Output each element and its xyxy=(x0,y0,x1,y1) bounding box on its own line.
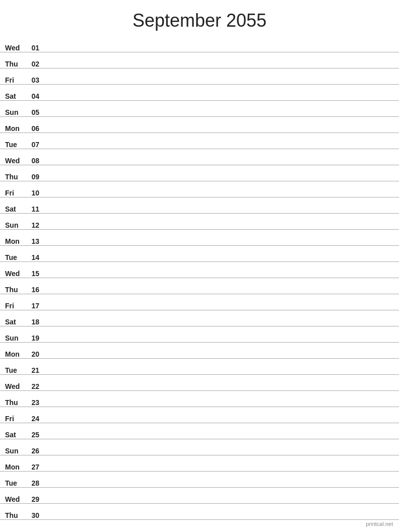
calendar-row: Wed22 xyxy=(0,375,399,391)
day-name: Mon xyxy=(5,350,25,358)
day-line xyxy=(39,68,394,68)
day-number: 18 xyxy=(25,318,39,326)
day-number: 11 xyxy=(25,205,39,213)
calendar-row: Wed15 xyxy=(0,262,399,278)
day-line xyxy=(39,503,394,503)
day-name: Wed xyxy=(5,157,25,165)
day-number: 29 xyxy=(25,495,39,503)
day-line xyxy=(39,245,394,245)
day-name: Fri xyxy=(5,302,25,310)
day-line xyxy=(39,213,394,213)
day-line xyxy=(39,51,394,52)
day-number: 08 xyxy=(25,157,39,165)
day-name: Wed xyxy=(5,382,25,390)
day-name: Thu xyxy=(5,286,25,294)
day-line xyxy=(39,454,394,455)
day-name: Thu xyxy=(5,173,25,181)
day-name: Sat xyxy=(5,205,25,213)
day-name: Thu xyxy=(5,511,25,519)
day-number: 27 xyxy=(25,463,39,471)
calendar-row: Mon06 xyxy=(0,117,399,133)
day-line xyxy=(39,261,394,261)
day-name: Fri xyxy=(5,189,25,197)
calendar-row: Sun26 xyxy=(0,439,399,455)
day-line xyxy=(39,519,394,519)
day-number: 22 xyxy=(25,382,39,390)
day-number: 05 xyxy=(25,108,39,116)
calendar-row: Mon20 xyxy=(0,343,399,359)
day-line xyxy=(39,116,394,116)
day-number: 24 xyxy=(25,415,39,423)
day-name: Tue xyxy=(5,253,25,261)
day-name: Wed xyxy=(5,495,25,503)
day-number: 15 xyxy=(25,270,39,278)
day-line xyxy=(39,358,394,358)
calendar-row: Sun12 xyxy=(0,214,399,230)
day-name: Thu xyxy=(5,60,25,68)
watermark: printcal.net xyxy=(366,521,393,527)
day-name: Sat xyxy=(5,431,25,439)
calendar-row: Thu09 xyxy=(0,165,399,181)
day-number: 06 xyxy=(25,124,39,132)
day-line xyxy=(39,84,394,84)
calendar-row: Sat25 xyxy=(0,423,399,439)
day-name: Tue xyxy=(5,141,25,149)
day-name: Mon xyxy=(5,124,25,132)
calendar-row: Thu23 xyxy=(0,391,399,407)
day-line xyxy=(39,471,394,471)
day-number: 01 xyxy=(25,44,39,52)
day-line xyxy=(39,325,394,326)
day-number: 07 xyxy=(25,141,39,149)
day-line xyxy=(39,132,394,132)
calendar-row: Sat18 xyxy=(0,310,399,326)
day-number: 26 xyxy=(25,447,39,455)
calendar-row: Fri24 xyxy=(0,407,399,423)
day-name: Sat xyxy=(5,92,25,100)
day-line xyxy=(39,422,394,423)
day-name: Mon xyxy=(5,237,25,245)
day-line xyxy=(39,164,394,165)
day-line xyxy=(39,390,394,390)
calendar-row: Fri10 xyxy=(0,181,399,197)
calendar-container: Wed01Thu02Fri03Sat04Sun05Mon06Tue07Wed08… xyxy=(0,36,399,520)
day-number: 21 xyxy=(25,366,39,374)
day-number: 20 xyxy=(25,350,39,358)
day-number: 25 xyxy=(25,431,39,439)
day-name: Sat xyxy=(5,318,25,326)
calendar-row: Sun05 xyxy=(0,101,399,117)
day-line xyxy=(39,438,394,439)
calendar-row: Fri17 xyxy=(0,294,399,310)
calendar-row: Mon27 xyxy=(0,455,399,472)
calendar-row: Wed08 xyxy=(0,149,399,165)
calendar-row: Thu16 xyxy=(0,278,399,294)
day-name: Fri xyxy=(5,415,25,423)
day-number: 19 xyxy=(25,334,39,342)
day-number: 03 xyxy=(25,76,39,84)
day-number: 23 xyxy=(25,398,39,407)
day-line xyxy=(39,148,394,149)
day-line xyxy=(39,180,394,181)
day-number: 28 xyxy=(25,479,39,487)
day-line xyxy=(39,487,394,487)
calendar-row: Wed01 xyxy=(0,36,399,52)
day-line xyxy=(39,293,394,294)
day-name: Sun xyxy=(5,221,25,229)
day-name: Mon xyxy=(5,463,25,471)
calendar-row: Fri03 xyxy=(0,69,399,85)
day-line xyxy=(39,374,394,374)
calendar-row: Tue07 xyxy=(0,133,399,149)
day-name: Wed xyxy=(5,44,25,52)
calendar-row: Sun19 xyxy=(0,326,399,343)
day-name: Tue xyxy=(5,479,25,487)
day-number: 17 xyxy=(25,302,39,310)
day-number: 16 xyxy=(25,286,39,294)
day-name: Sun xyxy=(5,108,25,116)
calendar-row: Sat11 xyxy=(0,197,399,214)
calendar-row: Tue14 xyxy=(0,246,399,262)
day-name: Thu xyxy=(5,398,25,407)
calendar-row: Mon13 xyxy=(0,230,399,246)
day-line xyxy=(39,342,394,342)
day-line xyxy=(39,100,394,100)
calendar-row: Sat04 xyxy=(0,85,399,101)
day-number: 04 xyxy=(25,92,39,100)
